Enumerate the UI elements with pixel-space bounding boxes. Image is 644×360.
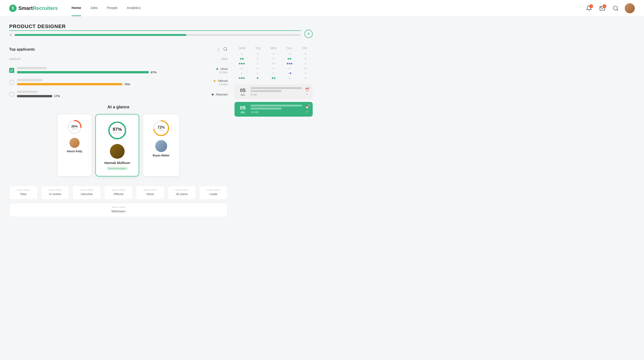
cal-cell[interactable] bbox=[298, 76, 313, 80]
cal-cell[interactable] bbox=[298, 72, 313, 75]
calendar-header: MON TUE WED THU FRI bbox=[234, 47, 313, 50]
event-card-1[interactable]: 05 JUL 9 AM ⏰ ✓ ✕ bbox=[234, 84, 313, 99]
cal-cell[interactable] bbox=[250, 76, 265, 80]
match-label-bryan: MATCH bbox=[158, 130, 165, 131]
cal-cell[interactable] bbox=[234, 57, 249, 61]
cal-cell[interactable] bbox=[234, 72, 249, 75]
stage-card-lines bbox=[109, 190, 128, 190]
cal-cell[interactable] bbox=[298, 62, 313, 65]
event-day-num-1: 05 bbox=[238, 87, 248, 93]
state-label-3: Rejected bbox=[216, 93, 228, 96]
notification-badge: 1 bbox=[589, 4, 593, 8]
match-label-alexis: MATCH bbox=[71, 128, 78, 130]
avatar-hannah bbox=[110, 144, 124, 159]
stage-label-offered: Offered bbox=[109, 192, 128, 196]
cal-cell[interactable] bbox=[298, 57, 313, 61]
stage-card-lines bbox=[77, 190, 96, 190]
stage-card-lines bbox=[172, 190, 191, 190]
candidate-card-alexis[interactable]: 26% MATCH Alexis Kelly bbox=[57, 114, 92, 176]
nav-link-jobs[interactable]: Jobs bbox=[90, 6, 98, 11]
cal-cell[interactable] bbox=[250, 52, 265, 56]
nav-link-people[interactable]: People bbox=[107, 6, 118, 11]
table-header: Applicant State bbox=[9, 56, 228, 62]
applicant-pct-2: 70% bbox=[124, 83, 133, 86]
cal-cell[interactable] bbox=[234, 62, 249, 65]
cal-cell[interactable] bbox=[250, 62, 265, 65]
applicant-info-1: 97% bbox=[17, 67, 193, 74]
cal-cell[interactable] bbox=[250, 67, 265, 70]
logo-icon: S bbox=[9, 5, 16, 12]
cal-cell[interactable] bbox=[282, 62, 297, 65]
stage-card-in-review[interactable]: In-review bbox=[41, 186, 70, 200]
state-col-3: Rejected bbox=[196, 92, 228, 96]
job-progress-bar bbox=[14, 34, 301, 36]
cal-cell[interactable] bbox=[266, 72, 281, 75]
match-label-hannah: MATCH bbox=[113, 132, 122, 134]
cal-cell[interactable] bbox=[266, 67, 281, 70]
search-button[interactable] bbox=[611, 4, 620, 13]
event-close-1[interactable]: ✕ bbox=[308, 86, 310, 90]
nav-links: Home Jobs People Analytics bbox=[72, 6, 585, 11]
state-label-1: Hired bbox=[220, 67, 228, 71]
radio-unchecked-2[interactable] bbox=[9, 80, 14, 85]
cal-cell[interactable] bbox=[234, 52, 249, 56]
cal-cell[interactable] bbox=[298, 67, 313, 70]
state-label-2: Offered bbox=[218, 79, 228, 83]
stage-card-withdrawn[interactable]: Withdrawn bbox=[9, 203, 228, 217]
cal-cell[interactable] bbox=[282, 67, 297, 70]
notification-button[interactable]: 1 bbox=[585, 4, 594, 13]
cal-cell[interactable] bbox=[266, 62, 281, 65]
cal-cell[interactable] bbox=[266, 76, 281, 80]
nav-actions: 1 1 bbox=[585, 3, 635, 13]
user-avatar[interactable] bbox=[625, 3, 635, 13]
stage-card-offered[interactable]: Offered bbox=[104, 186, 133, 200]
candidate-card-hannah[interactable]: 97% MATCH Hannah Mollison Recommendation bbox=[96, 114, 139, 176]
cal-cell[interactable] bbox=[282, 72, 297, 75]
event-close-2[interactable]: ✕ bbox=[308, 104, 310, 107]
stage-label-in-review: In-review bbox=[46, 192, 64, 196]
cal-cell[interactable] bbox=[234, 67, 249, 70]
cal-cell[interactable] bbox=[250, 72, 265, 75]
cal-cell[interactable] bbox=[298, 52, 313, 56]
event-month-2: JUL bbox=[238, 111, 248, 114]
cal-cell[interactable] bbox=[282, 76, 297, 80]
stage-card-hired[interactable]: Hired bbox=[136, 186, 164, 200]
nav-link-analytics[interactable]: Analytics bbox=[127, 6, 140, 11]
candidate-card-bryan[interactable]: 72% MATCH Bryan Walter bbox=[143, 114, 180, 176]
table-row: 97% Hired 14 Mar bbox=[9, 64, 228, 76]
nav-link-home[interactable]: Home bbox=[72, 6, 81, 11]
stage-card-leads[interactable]: Leads bbox=[199, 186, 228, 200]
state-date-2: 14 Mar bbox=[196, 83, 228, 86]
stage-label-leads: Leads bbox=[204, 192, 223, 196]
cal-cell[interactable] bbox=[266, 57, 281, 61]
avatar-bryan bbox=[155, 140, 167, 152]
add-job-button[interactable]: + bbox=[304, 30, 313, 38]
applicant-pct-3: 17% bbox=[54, 94, 63, 98]
cal-day-mon: MON bbox=[234, 47, 250, 50]
cal-cell[interactable] bbox=[282, 52, 297, 56]
event-card-2[interactable]: 05 JUL 10 AM ⏰ ✓ ✕ bbox=[234, 102, 313, 117]
sort-icon[interactable]: ↕ bbox=[217, 47, 219, 52]
state-col-1: Hired 14 Mar bbox=[196, 67, 228, 74]
stage-card-interview[interactable]: Interview bbox=[72, 186, 101, 200]
stage-card-lines bbox=[14, 207, 223, 208]
match-pct-bryan: 72% bbox=[158, 125, 165, 130]
cal-day-fri: FRI bbox=[297, 47, 313, 50]
cal-cell[interactable] bbox=[234, 76, 249, 80]
event-date-2: 05 JUL bbox=[238, 105, 248, 114]
search-applicants-icon[interactable] bbox=[223, 47, 228, 52]
calendar-dots-grid bbox=[234, 52, 313, 80]
cal-cell[interactable] bbox=[250, 57, 265, 61]
checkbox-checked[interactable] bbox=[9, 68, 14, 73]
col-applicant: Applicant bbox=[9, 57, 196, 61]
stage-card-all-active[interactable]: All active bbox=[168, 186, 196, 200]
messages-button[interactable]: 1 bbox=[598, 4, 607, 13]
cal-day-wed: WED bbox=[266, 47, 282, 50]
cal-cell[interactable] bbox=[266, 52, 281, 56]
radio-unchecked-3[interactable] bbox=[9, 92, 14, 97]
stage-card-new[interactable]: New bbox=[9, 186, 38, 200]
svg-point-0 bbox=[614, 6, 617, 10]
logo[interactable]: S SmartRecruiters bbox=[9, 5, 58, 12]
at-a-glance-title: At a glance bbox=[9, 105, 228, 110]
cal-cell[interactable] bbox=[282, 57, 297, 61]
